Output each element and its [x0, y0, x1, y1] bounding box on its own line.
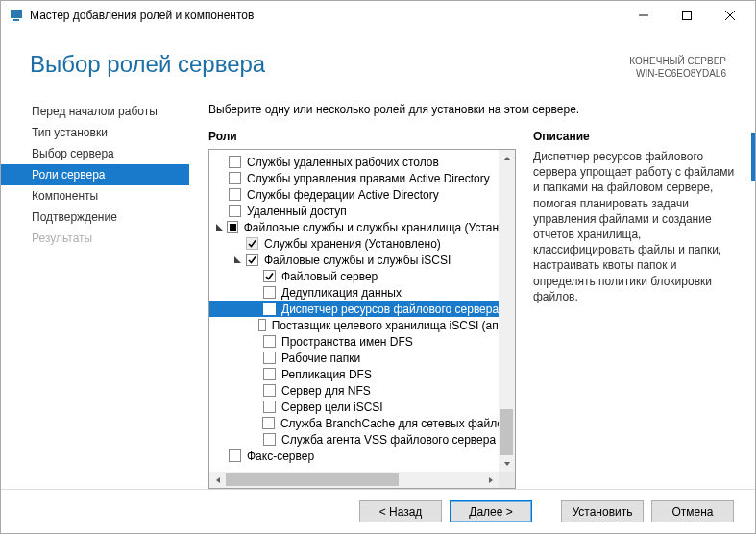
wizard-step[interactable]: Тип установки	[1, 122, 189, 143]
role-checkbox[interactable]	[263, 400, 276, 413]
tree-row[interactable]: Удаленный доступ	[209, 203, 499, 219]
svg-marker-10	[216, 477, 220, 483]
tree-row[interactable]: Факс-сервер	[209, 448, 499, 464]
horizontal-scroll-thumb[interactable]	[226, 473, 399, 486]
intro-text: Выберите одну или несколько ролей для ус…	[208, 103, 738, 116]
svg-rect-1	[13, 19, 19, 21]
scroll-left-button[interactable]	[209, 472, 226, 488]
vertical-scroll-thumb[interactable]	[500, 409, 513, 455]
wizard-step[interactable]: Роли сервера	[1, 164, 189, 185]
tree-row[interactable]: Репликация DFS	[209, 366, 499, 382]
role-label: Дедупликация данных	[281, 286, 402, 300]
minimize-button[interactable]	[622, 2, 665, 29]
role-checkbox[interactable]	[229, 205, 241, 217]
tree-row[interactable]: Файловые службы и службы iSCSI	[209, 252, 499, 268]
svg-marker-7	[234, 256, 241, 263]
role-checkbox[interactable]	[263, 352, 276, 364]
expand-icon	[215, 189, 227, 201]
expand-icon	[250, 320, 256, 331]
install-button[interactable]: Установить	[561, 500, 644, 522]
window-title: Мастер добавления ролей и компонентов	[30, 9, 622, 22]
roles-heading: Роли	[208, 130, 516, 143]
role-checkbox[interactable]	[229, 188, 241, 201]
tree-row[interactable]: Службы федерации Active Directory	[209, 186, 499, 203]
role-checkbox[interactable]	[229, 449, 241, 462]
description-heading: Описание	[533, 130, 738, 143]
tree-row[interactable]: Службы хранения (Установлено)	[209, 235, 499, 252]
tree-row[interactable]: Пространства имен DFS	[209, 333, 499, 350]
role-checkbox[interactable]	[263, 335, 276, 348]
svg-rect-0	[11, 10, 22, 18]
expand-icon	[232, 238, 244, 250]
wizard-step[interactable]: Перед началом работы	[1, 101, 189, 122]
wizard-step[interactable]: Выбор сервера	[1, 143, 189, 164]
role-label: Служба агента VSS файлового сервера	[281, 433, 496, 447]
expand-icon	[250, 336, 261, 348]
vertical-scrollbar[interactable]	[499, 150, 515, 472]
next-button[interactable]: Далее >	[450, 500, 532, 522]
target-server-label: КОНЕЧНЫЙ СЕРВЕР	[629, 55, 726, 67]
tree-row[interactable]: Диспетчер ресурсов файлового сервера	[209, 301, 499, 317]
back-button[interactable]: < Назад	[359, 500, 442, 522]
tree-row[interactable]: Службы управления правами Active Directo…	[209, 170, 499, 186]
tree-row[interactable]: Службы удаленных рабочих столов	[209, 154, 499, 170]
titlebar: Мастер добавления ролей и компонентов	[1, 1, 755, 30]
maximize-button[interactable]	[665, 2, 708, 29]
scroll-right-button[interactable]	[482, 472, 499, 488]
role-label: Файловые службы и службы iSCSI	[264, 254, 451, 267]
svg-marker-9	[504, 462, 510, 466]
expand-icon	[250, 287, 261, 299]
role-label: Службы федерации Active Directory	[247, 188, 439, 202]
tree-row[interactable]: Сервер цели iSCSI	[209, 399, 499, 415]
wizard-steps: Перед началом работыТип установкиВыбор с…	[1, 91, 189, 489]
role-label: Службы удаленных рабочих столов	[247, 156, 439, 169]
description-text: Диспетчер ресурсов файлового сервера упр…	[533, 149, 738, 304]
expand-icon	[250, 418, 260, 429]
role-label: Удаленный доступ	[247, 205, 347, 218]
role-checkbox[interactable]	[229, 156, 241, 168]
tree-row[interactable]: Служба BranchCache для сетевых файлов	[209, 415, 499, 431]
role-label: Факс-сервер	[247, 449, 314, 463]
role-checkbox[interactable]	[263, 303, 276, 315]
role-checkbox[interactable]	[227, 221, 237, 233]
wizard-step: Результаты	[1, 228, 189, 249]
accent-ribbon	[751, 133, 755, 181]
scroll-up-button[interactable]	[499, 150, 515, 166]
role-checkbox[interactable]	[263, 286, 276, 299]
role-label: Пространства имен DFS	[281, 335, 413, 349]
expand-icon	[250, 385, 261, 397]
role-label: Сервер цели iSCSI	[281, 400, 383, 414]
role-checkbox[interactable]	[263, 270, 276, 282]
role-checkbox[interactable]	[263, 384, 276, 397]
role-checkbox[interactable]	[262, 417, 274, 429]
expand-icon[interactable]	[215, 222, 225, 233]
role-checkbox[interactable]	[263, 368, 276, 380]
role-checkbox[interactable]	[263, 433, 276, 446]
close-button[interactable]	[708, 2, 751, 29]
scroll-down-button[interactable]	[499, 455, 515, 472]
role-checkbox[interactable]	[258, 319, 266, 331]
tree-row[interactable]: Поставщик целевого хранилища iSCSI (аппа…	[209, 317, 499, 333]
wizard-step[interactable]: Компоненты	[1, 185, 189, 206]
role-label: Файловый сервер	[281, 270, 378, 283]
horizontal-scrollbar[interactable]	[209, 472, 515, 488]
tree-row[interactable]: Файловые службы и службы хранилища (Уста…	[209, 219, 499, 235]
target-server-info: КОНЕЧНЫЙ СЕРВЕР WIN-EC6EO8YDAL6	[629, 51, 726, 80]
role-label: Служба BranchCache для сетевых файлов	[280, 417, 499, 430]
role-label: Сервер для NFS	[281, 384, 371, 398]
role-checkbox[interactable]	[229, 172, 241, 184]
role-label: Файловые службы и службы хранилища (Уста…	[244, 221, 499, 234]
svg-marker-6	[216, 224, 223, 231]
wizard-step[interactable]: Подтверждение	[1, 206, 189, 228]
role-label: Службы управления правами Active Directo…	[247, 172, 490, 185]
expand-icon[interactable]	[232, 255, 244, 266]
tree-row[interactable]: Сервер для NFS	[209, 382, 499, 399]
role-checkbox[interactable]	[246, 254, 258, 266]
tree-row[interactable]: Рабочие папки	[209, 350, 499, 366]
app-icon	[9, 8, 24, 23]
tree-row[interactable]: Служба агента VSS файлового сервера	[209, 431, 499, 448]
role-label: Рабочие папки	[281, 352, 360, 365]
cancel-button[interactable]: Отмена	[651, 500, 734, 522]
tree-row[interactable]: Файловый сервер	[209, 268, 499, 284]
tree-row[interactable]: Дедупликация данных	[209, 284, 499, 301]
